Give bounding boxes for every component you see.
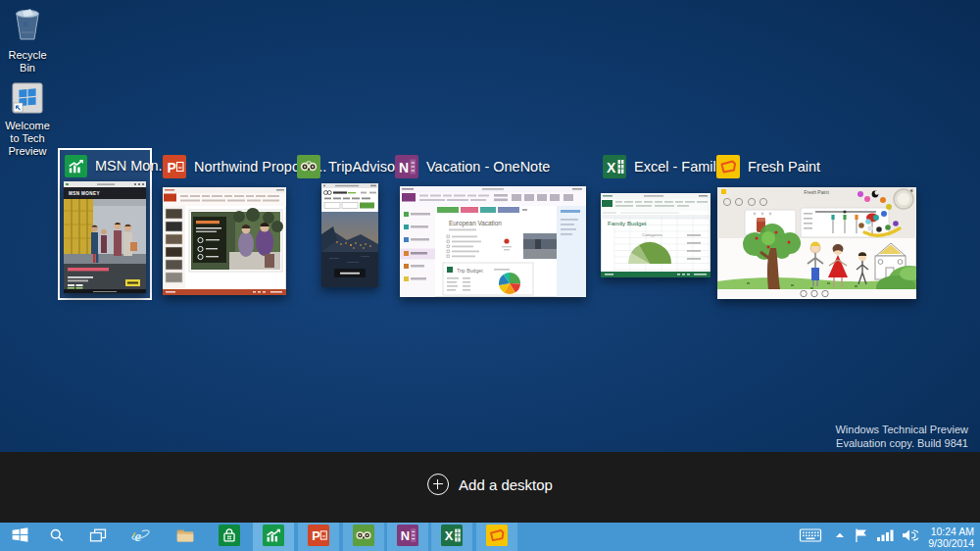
tile-title-fresh-paint: Fresh Paint xyxy=(748,159,820,175)
keyboard-icon xyxy=(799,526,822,549)
fresh-paint-icon xyxy=(486,525,508,550)
welcome-shortcut-label: Welcome to Tech Preview xyxy=(0,120,55,158)
svg-text:X: X xyxy=(445,528,454,543)
recycle-bin-label: Recycle Bin xyxy=(0,49,55,75)
add-desktop-label: Add a desktop xyxy=(459,476,553,493)
msn-money-icon xyxy=(263,525,284,550)
plus-icon xyxy=(427,474,449,495)
clock-time: 10:24 AM xyxy=(919,526,974,537)
start-button[interactable] xyxy=(0,523,39,551)
window-thumbnail-onenote[interactable]: European Vacation Trip Budget xyxy=(400,186,586,297)
window-tile-onenote[interactable]: N Vacation - OneNote xyxy=(395,154,550,179)
onenote-budget-title-text: Trip Budget xyxy=(457,268,483,274)
network-icon xyxy=(876,527,894,547)
welcome-windows-icon xyxy=(12,100,43,117)
task-view-button[interactable] xyxy=(78,523,118,551)
powerpoint-icon: P xyxy=(308,525,329,550)
speaker-icon xyxy=(901,527,918,547)
task-view-screen: Recycle Bin Welcome to Tech Preview M xyxy=(0,0,980,551)
flag-icon xyxy=(854,526,869,548)
clock-date: 9/30/2014 xyxy=(919,537,974,549)
svg-text:P: P xyxy=(168,160,176,175)
window-thumbnail-powerpoint[interactable] xyxy=(163,187,286,295)
network-button[interactable] xyxy=(874,523,896,551)
window-thumbnail-msn-money[interactable]: MSN MONEY xyxy=(64,181,146,293)
watermark: Windows Technical Preview Evaluation cop… xyxy=(835,423,968,450)
excel-sheet-title-text: Family Budget xyxy=(608,220,647,226)
clock[interactable]: 10:24 AM 9/30/2014 xyxy=(919,523,980,551)
window-tile-fresh-paint[interactable]: Fresh Paint xyxy=(716,154,820,179)
watermark-line2: Evaluation copy. Build 9841 xyxy=(835,436,968,450)
search-icon xyxy=(47,526,67,549)
folder-icon xyxy=(174,525,196,550)
window-tile-excel[interactable]: X Excel - Family... xyxy=(603,154,734,179)
tripadvisor-icon xyxy=(297,155,320,178)
fresh-paint-icon xyxy=(716,155,740,178)
msn-money-icon xyxy=(65,155,87,177)
taskbar-fresh-paint-button[interactable] xyxy=(476,523,517,551)
onenote-icon: N xyxy=(397,525,418,550)
msn-money-header-text: MSN MONEY xyxy=(69,191,100,196)
window-tile-tripadvisor[interactable]: TripAdvisor... xyxy=(297,154,411,179)
window-tile-msn-money[interactable]: MSN Mon... MSN MONEY xyxy=(58,148,152,300)
svg-text:P: P xyxy=(312,528,320,543)
powerpoint-icon: P xyxy=(163,155,186,178)
internet-explorer-button[interactable]: e xyxy=(121,523,162,551)
internet-explorer-icon: e xyxy=(130,525,152,550)
file-explorer-button[interactable] xyxy=(165,523,206,551)
excel-icon: X xyxy=(603,155,626,178)
onenote-icon: N xyxy=(395,155,418,178)
welcome-shortcut[interactable]: Welcome to Tech Preview xyxy=(0,82,55,158)
tripadvisor-icon xyxy=(353,525,374,550)
window-thumbnail-excel[interactable]: Family Budget Categories xyxy=(601,193,710,277)
touch-keyboard-button[interactable] xyxy=(794,523,827,551)
fresh-paint-window-title-text: Fresh Paint xyxy=(804,189,829,195)
window-thumbnail-fresh-paint[interactable]: Fresh Paint xyxy=(717,187,916,299)
taskbar-tripadvisor-button[interactable] xyxy=(343,523,384,551)
add-desktop-button[interactable]: Add a desktop xyxy=(427,474,553,495)
chevron-up-icon xyxy=(833,528,847,546)
tile-title-onenote: Vacation - OneNote xyxy=(426,159,550,175)
windows-logo-icon xyxy=(10,525,30,549)
excel-chart-label-text: Categories xyxy=(642,232,663,237)
onenote-page-title-text: European Vacation xyxy=(449,220,502,227)
watermark-line1: Windows Technical Preview xyxy=(835,423,968,436)
search-button[interactable] xyxy=(37,523,76,551)
taskbar-powerpoint-button[interactable]: P xyxy=(298,523,339,551)
svg-text:N: N xyxy=(401,528,410,543)
show-hidden-icons-button[interactable] xyxy=(829,523,851,551)
volume-button[interactable] xyxy=(898,523,921,551)
window-thumbnail-tripadvisor[interactable] xyxy=(321,183,378,287)
svg-text:e: e xyxy=(134,526,141,543)
taskbar-excel-button[interactable]: X xyxy=(431,523,472,551)
store-icon xyxy=(219,525,240,550)
taskbar: e xyxy=(0,523,980,551)
tile-header-msn-money: MSN Mon... xyxy=(65,153,171,178)
tile-title-msn-money: MSN Mon... xyxy=(95,158,171,174)
recycle-bin-shortcut[interactable]: Recycle Bin xyxy=(0,6,55,75)
taskbar-msn-money-button[interactable] xyxy=(253,523,294,551)
action-center-button[interactable] xyxy=(851,523,872,551)
svg-text:N: N xyxy=(399,160,409,175)
taskbar-onenote-button[interactable]: N xyxy=(387,523,428,551)
task-view-icon xyxy=(88,526,108,549)
recycle-bin-icon xyxy=(10,29,45,46)
svg-text:X: X xyxy=(607,160,616,175)
excel-icon: X xyxy=(441,525,463,550)
store-button[interactable] xyxy=(209,523,250,551)
